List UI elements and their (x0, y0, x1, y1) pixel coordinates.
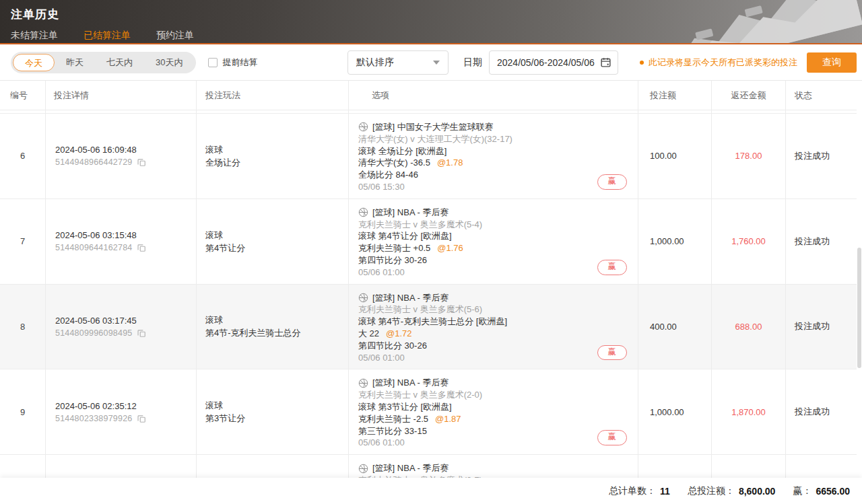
bet-detail-cell: 2024-05-06 03:17:45 5144809996098495 (46, 285, 197, 369)
chevron-down-icon (433, 61, 440, 65)
col-header-stake: 投注额 (638, 81, 712, 110)
basketball-icon (358, 464, 368, 474)
match-time: 05/06 01:00 (358, 266, 628, 279)
total-stake-group: 总投注额： 8,600.00 (688, 485, 776, 497)
status-cell: 投注成功 (786, 369, 857, 454)
league-name: [篮球] NBA - 季后赛 (372, 377, 449, 389)
calendar-icon[interactable] (600, 57, 611, 68)
bet-market: 滚球 第4节让分 [欧洲盘] (358, 230, 628, 242)
play-detail: 第4节让分 (205, 242, 348, 254)
bet-id: 5144809996098495 (55, 328, 132, 338)
totals-bar: 总计单数： 11 总投注额： 8,600.00 赢： 6656.00 (0, 478, 862, 504)
total-count-group: 总计单数： 11 (609, 485, 670, 497)
status-cell: 投注成功 (786, 114, 857, 199)
payout-notice: 此记录将显示今天所有已派奖彩的投注 (640, 57, 797, 69)
total-count-label: 总计单数： (609, 485, 656, 497)
match-time: 05/06 15:30 (358, 181, 628, 193)
pill-7days[interactable]: 七天内 (95, 54, 144, 71)
bet-history-page: 注单历史 未结算注单 已结算注单 预约注单 今天 昨天 七天内 30天内 提前结… (0, 0, 862, 504)
league-name: [篮球] NBA - 季后赛 (372, 292, 449, 304)
table-row: 7 2024-05-06 03:15:48 5144809644162784 滚… (0, 199, 857, 285)
play-type: 滚球 (205, 314, 348, 326)
col-header-payout: 返还金额 (712, 81, 786, 110)
match-time: 05/06 01:00 (358, 437, 628, 449)
play-detail: 第3节让分 (205, 412, 348, 425)
copy-icon[interactable] (137, 328, 146, 338)
pill-today[interactable]: 今天 (13, 54, 55, 71)
bet-id: 5144809644162784 (55, 243, 132, 252)
options-cell: [篮球] NBA - 季后赛 克利夫兰骑士 v 奥兰多魔术(5-4) 滚球 第4… (349, 199, 638, 284)
pill-30days[interactable]: 30天内 (144, 54, 194, 71)
bet-time: 2024-05-06 03:15:48 (55, 230, 196, 240)
result-badge: 赢 (597, 260, 628, 275)
checkbox-box[interactable] (208, 58, 218, 67)
match-score: 全场比分 84-46 (358, 169, 628, 181)
tab-settled[interactable]: 已结算注单 (84, 30, 131, 44)
scrollbar-track[interactable] (857, 82, 862, 478)
sort-select[interactable]: 默认排序 (347, 50, 449, 75)
result-badge: 赢 (597, 430, 628, 445)
options-cell: [篮球] NBA - 季后赛 克利夫兰骑士 v 奥兰多魔术(5-6) 滚球 第4… (349, 285, 638, 369)
table-header-row: 编号 投注详情 投注玩法 选项 投注额 返还金额 状态 (0, 81, 857, 110)
sort-selected-value: 默认排序 (356, 57, 394, 69)
match-teams: 克利夫兰骑士 v 奥兰多魔术(5-4) (358, 219, 628, 231)
play-detail: 第4节-克利夫兰骑士总分 (205, 326, 348, 339)
page-header: 注单历史 未结算注单 已结算注单 预约注单 (0, 0, 862, 44)
bet-selection: 大 22 (358, 328, 379, 338)
play-type: 滚球 (205, 399, 348, 412)
options-cell: [篮球] NBA - 季后赛 克利夫兰骑士 v 奥兰多魔术(2-0) 滚球 第3… (349, 369, 638, 454)
basketball-icon (358, 207, 368, 217)
table-body: 6 2024-05-06 16:09:48 5144948966442729 滚… (0, 114, 857, 504)
total-win-group: 赢： 6656.00 (793, 485, 850, 497)
stake-cell: 100.00 (638, 114, 712, 199)
result-badge: 赢 (597, 174, 628, 190)
play-type-cell: 滚球 第4节让分 (197, 199, 349, 284)
search-button[interactable]: 查询 (807, 52, 857, 73)
row-number: 9 (0, 369, 46, 454)
row-number: 6 (0, 114, 46, 199)
bet-odds: @1.76 (437, 243, 463, 253)
bet-id: 5144948966442729 (55, 157, 132, 167)
bet-market: 滚球 第3节让分 [欧洲盘] (358, 401, 628, 413)
bet-time: 2024-05-06 03:17:45 (55, 316, 196, 326)
bet-time: 2024-05-06 16:09:48 (55, 145, 196, 155)
date-range-input[interactable]: 2024/05/06-2024/05/06 (489, 50, 618, 75)
copy-icon[interactable] (137, 414, 146, 423)
bet-time: 2024-05-06 02:35:12 (55, 401, 196, 411)
tab-reserved[interactable]: 预约注单 (156, 30, 194, 44)
page-title: 注单历史 (0, 0, 862, 22)
total-win-label: 赢： (793, 485, 811, 497)
date-range-pills: 今天 昨天 七天内 30天内 (11, 52, 196, 73)
match-score: 第四节比分 30-26 (358, 340, 628, 352)
bet-market: 滚球 全场让分 [欧洲盘] (358, 145, 628, 157)
scrollbar-thumb[interactable] (857, 248, 861, 368)
copy-icon[interactable] (137, 157, 146, 167)
bet-selection: 克利夫兰骑士 +0.5 (358, 243, 430, 253)
pill-yesterday[interactable]: 昨天 (55, 54, 95, 71)
early-settle-checkbox[interactable]: 提前结算 (208, 57, 257, 69)
stake-cell: 400.00 (638, 285, 712, 369)
total-count-value: 11 (660, 486, 670, 497)
play-type-cell: 滚球 第3节让分 (197, 369, 349, 454)
col-header-play: 投注玩法 (197, 81, 349, 110)
payout-cell: 1,760.00 (712, 199, 786, 284)
stake-cell: 1,000.00 (638, 199, 712, 284)
bet-market: 滚球 第4节-克利夫兰骑士总分 [欧洲盘] (358, 316, 628, 328)
bet-detail-cell: 2024-05-06 16:09:48 5144948966442729 (46, 114, 197, 199)
copy-icon[interactable] (137, 243, 146, 252)
bet-detail-cell: 2024-05-06 03:15:48 5144809644162784 (46, 199, 197, 284)
filter-bar: 今天 昨天 七天内 30天内 提前结算 默认排序 日期 2024/05/06-2… (0, 44, 862, 81)
total-stake-label: 总投注额： (688, 485, 735, 497)
bet-odds: @1.72 (386, 328, 412, 338)
basketball-icon (358, 122, 368, 132)
result-badge: 赢 (597, 345, 628, 361)
payout-cell: 688.00 (712, 285, 786, 369)
payout-cell: 1,870.00 (712, 369, 786, 454)
date-field-label: 日期 (463, 57, 482, 69)
status-cell: 投注成功 (786, 285, 857, 369)
tab-bar: 未结算注单 已结算注单 预约注单 (0, 30, 862, 44)
stake-cell: 1,000.00 (638, 369, 712, 454)
basketball-icon (358, 293, 368, 303)
tab-unsettled[interactable]: 未结算注单 (11, 30, 58, 44)
table-row: 8 2024-05-06 03:17:45 5144809996098495 滚… (0, 285, 857, 370)
